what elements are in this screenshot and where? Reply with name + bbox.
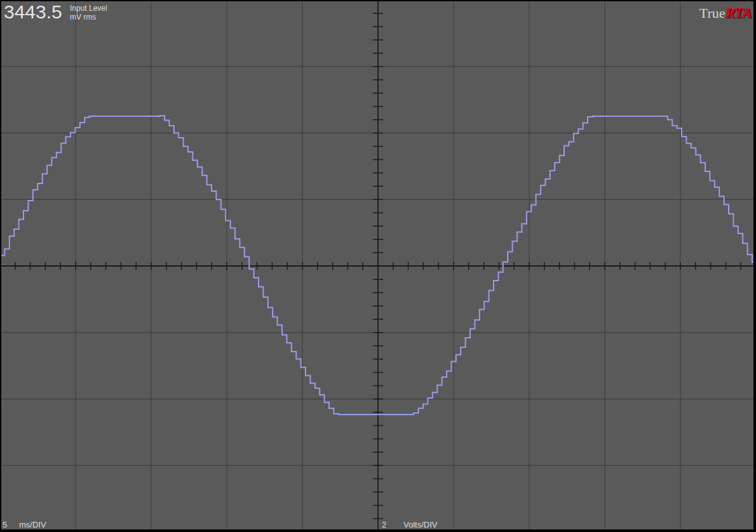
oscilloscope-screen: 3443.5 Input Level mV rms TrueRTA 5ms/DI… bbox=[0, 0, 756, 532]
time-per-div-readout: 5ms/DIV bbox=[3, 521, 46, 529]
logo-true-text: True bbox=[699, 5, 726, 21]
input-level-label: Input Level bbox=[70, 4, 107, 13]
volts-per-div-readout: 2Volts/DIV bbox=[382, 521, 437, 529]
time-per-div-value: 5 bbox=[3, 521, 19, 529]
logo-rta-text: RTA bbox=[726, 5, 751, 21]
volts-per-div-label: Volts/DIV bbox=[403, 520, 437, 529]
input-level-value: 3443.5 bbox=[4, 2, 62, 22]
input-level-labels: Input Level mV rms bbox=[70, 4, 107, 22]
time-per-div-label: ms/DIV bbox=[19, 520, 46, 529]
truerta-logo: TrueRTA bbox=[699, 5, 751, 22]
input-level-units: mV rms bbox=[70, 13, 107, 22]
oscilloscope-canvas bbox=[0, 0, 756, 532]
volts-per-div-value: 2 bbox=[382, 521, 403, 529]
